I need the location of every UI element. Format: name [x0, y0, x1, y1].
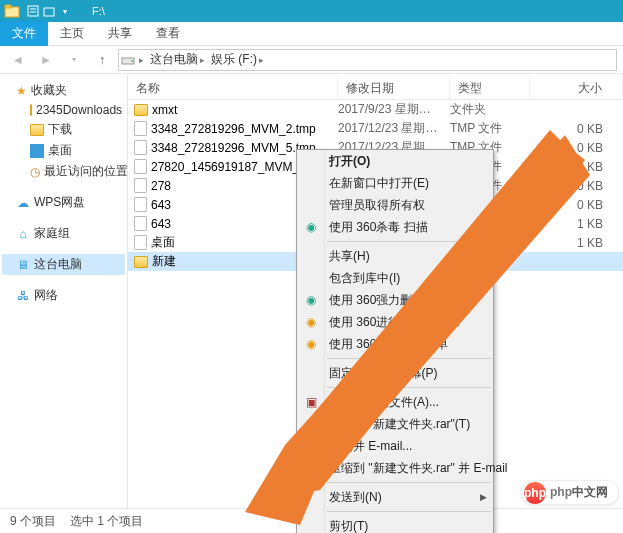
rar-icon: ▣ [303, 416, 319, 432]
menu-add-archive[interactable]: ▣添加到压缩文件(A)... [297, 391, 493, 413]
nav-up-button[interactable]: ↑ [90, 48, 114, 72]
nav-recent-button[interactable]: ▾ [62, 48, 86, 72]
context-menu: 打开(O) 在新窗口中打开(E) 管理员取得所有权 ◉使用 360杀毒 扫描 共… [296, 149, 494, 533]
file-size: 0 KB [530, 141, 623, 155]
col-name[interactable]: 名称 [128, 74, 338, 99]
desktop-icon [30, 144, 44, 158]
nav-forward-button: ► [34, 48, 58, 72]
col-type[interactable]: 类型 [450, 74, 530, 99]
file-name: 643 [151, 198, 171, 212]
folder-icon [30, 104, 32, 116]
sidebar-item-desktop[interactable]: 桌面 [2, 140, 125, 161]
file-icon [134, 235, 147, 250]
qat-newfolder-icon[interactable] [42, 4, 56, 18]
menu-open-new-window[interactable]: 在新窗口中打开(E) [297, 172, 493, 194]
title-bar: ▾ F:\ [0, 0, 623, 22]
breadcrumb-root[interactable]: ▸ [137, 55, 146, 65]
sidebar-item-2345[interactable]: 2345Downloads [2, 101, 125, 119]
file-row[interactable]: 3348_272819296_MVM_2.tmp2017/12/23 星期…TM… [128, 119, 623, 138]
menu-add-rar[interactable]: ▣添加到 "新建文件夹.rar"(T) [297, 413, 493, 435]
status-selection: 选中 1 个项目 [70, 513, 143, 530]
network-icon: 🖧 [16, 289, 30, 303]
folder-icon [134, 104, 148, 116]
sidebar-homegroup[interactable]: ⌂家庭组 [2, 223, 125, 244]
menu-pin-start[interactable]: 固定到"开始"屏幕(P) [297, 362, 493, 384]
menu-open[interactable]: 打开(O) [297, 150, 493, 172]
file-name: 新建 [152, 253, 176, 270]
sidebar-item-recent[interactable]: ◷最近访问的位置 [2, 161, 125, 182]
shield-icon: ◉ [303, 292, 319, 308]
breadcrumb-drive[interactable]: 娱乐 (F:)▸ [209, 51, 266, 68]
rar-icon: ▣ [303, 460, 319, 476]
shield-icon: ◉ [303, 336, 319, 352]
rar-icon: ▣ [303, 438, 319, 454]
file-size: 0 KB [530, 122, 623, 136]
sidebar-wps[interactable]: ☁WPS网盘 [2, 192, 125, 213]
ribbon-tabs: 文件 主页 共享 查看 [0, 22, 623, 46]
homegroup-icon: ⌂ [16, 227, 30, 241]
address-box[interactable]: ▸ 这台电脑▸ 娱乐 (F:)▸ [118, 49, 617, 71]
menu-360-scan[interactable]: ◉使用 360杀毒 扫描 [297, 216, 493, 238]
sidebar-network[interactable]: 🖧网络 [2, 285, 125, 306]
menu-email-rar[interactable]: ▣压缩到 "新建文件夹.rar" 并 E-mail [297, 457, 493, 479]
svg-point-7 [131, 60, 133, 62]
file-name: 3348_272819296_MVM_2.tmp [151, 122, 316, 136]
watermark: php php中文网 [521, 480, 619, 505]
menu-share[interactable]: 共享(H)▶ [297, 245, 493, 267]
tab-file[interactable]: 文件 [0, 21, 48, 46]
tab-home[interactable]: 主页 [48, 21, 96, 46]
submenu-arrow-icon: ▶ [480, 273, 487, 283]
submenu-arrow-icon: ▶ [480, 251, 487, 261]
file-size: 1 KB [530, 217, 623, 231]
submenu-arrow-icon: ▶ [480, 492, 487, 502]
col-size[interactable]: 大小 [530, 74, 623, 99]
file-type: 文件夹 [450, 101, 530, 118]
qat-chevron-icon[interactable]: ▾ [58, 4, 72, 18]
file-icon [134, 140, 147, 155]
menu-include-library[interactable]: 包含到库中(I)▶ [297, 267, 493, 289]
file-date: 2017/9/23 星期… [338, 101, 450, 118]
address-bar: ◄ ► ▾ ↑ ▸ 这台电脑▸ 娱乐 (F:)▸ [0, 46, 623, 74]
file-type: TMP 文件 [450, 120, 530, 137]
folder-icon [30, 124, 44, 136]
file-list: 名称 修改日期 类型 大小 xmxt2017/9/23 星期…文件夹3348_2… [128, 74, 623, 508]
menu-360-cloud[interactable]: ◉使用 360进行木马云查杀 [297, 311, 493, 333]
file-name: 桌面 [151, 234, 175, 251]
file-row[interactable]: xmxt2017/9/23 星期…文件夹 [128, 100, 623, 119]
recent-icon: ◷ [30, 165, 40, 179]
svg-rect-5 [44, 8, 54, 16]
menu-email[interactable]: ▣压缩并 E-mail... [297, 435, 493, 457]
tab-view[interactable]: 查看 [144, 21, 192, 46]
file-date: 2017/12/23 星期… [338, 120, 450, 137]
php-logo-icon: php [524, 482, 546, 504]
menu-360-rmenu[interactable]: ◉使用 360管理右键菜单 [297, 333, 493, 355]
pc-icon: 🖥 [16, 258, 30, 272]
drive-icon [121, 53, 135, 67]
sidebar-item-downloads[interactable]: 下载 [2, 119, 125, 140]
breadcrumb-thispc[interactable]: 这台电脑▸ [148, 51, 207, 68]
sidebar-favorites[interactable]: ★收藏夹 [2, 80, 125, 101]
folder-icon [134, 256, 148, 268]
file-name: 3348_272819296_MVM_5.tmp [151, 141, 316, 155]
file-name: xmxt [152, 103, 177, 117]
menu-cut[interactable]: 剪切(T) [297, 515, 493, 533]
col-date[interactable]: 修改日期 [338, 74, 450, 99]
file-size: 0 KB [530, 179, 623, 193]
window-title: F:\ [92, 5, 105, 17]
nav-back-button[interactable]: ◄ [6, 48, 30, 72]
menu-take-ownership[interactable]: 管理员取得所有权 [297, 194, 493, 216]
qat-properties-icon[interactable] [26, 4, 40, 18]
tab-share[interactable]: 共享 [96, 21, 144, 46]
file-icon [134, 216, 147, 231]
file-size: 0 KB [530, 160, 623, 174]
file-icon [134, 178, 147, 193]
file-name: 278 [151, 179, 171, 193]
rar-icon: ▣ [303, 394, 319, 410]
column-headers[interactable]: 名称 修改日期 类型 大小 [128, 74, 623, 100]
file-icon [134, 159, 147, 174]
cloud-icon: ☁ [16, 196, 30, 210]
file-name: 643 [151, 217, 171, 231]
menu-360-delete[interactable]: ◉使用 360强力删除 [297, 289, 493, 311]
menu-send-to[interactable]: 发送到(N)▶ [297, 486, 493, 508]
sidebar-thispc[interactable]: 🖥这台电脑 [2, 254, 125, 275]
